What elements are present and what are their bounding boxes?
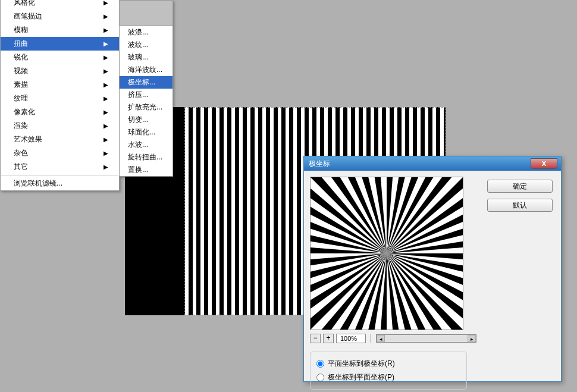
separator [371, 334, 371, 343]
chevron-right-icon: ▶ [104, 150, 108, 156]
scroll-right-icon[interactable]: ▸ [468, 335, 476, 342]
submenu-polar[interactable]: 极坐标... [120, 76, 173, 89]
menu-item-texture[interactable]: 纹理 ▶ [1, 92, 119, 105]
menu-item-other[interactable]: 其它 ▶ [1, 160, 119, 174]
chevron-right-icon: ▶ [104, 13, 108, 20]
submenu-wave[interactable]: 波浪... [120, 26, 173, 39]
label: 海洋波纹... [128, 65, 162, 74]
submenu-pinch[interactable]: 挤压... [120, 89, 173, 101]
zoom-scrollbar[interactable]: ◂ ▸ [376, 334, 476, 343]
label: 挤压... [128, 90, 148, 99]
option-group: 平面坐标到极坐标(R) 极坐标到平面坐标(P) [310, 352, 467, 390]
label: 波浪... [128, 28, 148, 36]
minus-icon: − [313, 334, 317, 342]
menu-item-sharpen[interactable]: 锐化 ▶ [1, 51, 119, 64]
close-button[interactable]: X [531, 158, 557, 169]
default-button[interactable]: 默认 [487, 199, 553, 212]
label: 渲染 [14, 121, 28, 131]
zoom-value: 100% [336, 334, 366, 343]
submenu-shear[interactable]: 切变... [120, 114, 173, 126]
close-icon: X [542, 160, 546, 167]
radio-input[interactable] [316, 374, 324, 381]
dialog-right: 确定 默认 [476, 177, 553, 377]
label: 纹理 [14, 93, 28, 104]
menu-item-browse-online[interactable]: 浏览联机滤镜... [1, 177, 119, 190]
submenu-displace[interactable]: 置换... [120, 164, 173, 176]
submenu-ripple[interactable]: 波纹... [120, 39, 173, 51]
label: 切变... [128, 115, 148, 124]
radio-polar-to-rect[interactable]: 极坐标到平面坐标(P) [316, 371, 460, 384]
submenu-spherize[interactable]: 球面化... [120, 126, 173, 139]
radio-rect-to-polar[interactable]: 平面坐标到极坐标(R) [316, 357, 460, 371]
radio-label: 平面坐标到极坐标(R) [328, 359, 395, 369]
submenu-gap [120, 1, 173, 26]
ok-button[interactable]: 确定 [487, 180, 553, 193]
chevron-right-icon: ▶ [104, 54, 108, 61]
radio-input[interactable] [316, 360, 324, 368]
submenu-oceanripple[interactable]: 海洋波纹... [120, 64, 173, 76]
label: 画笔描边 [14, 11, 42, 21]
label: 浏览联机滤镜... [14, 178, 62, 189]
scroll-left-icon[interactable]: ◂ [377, 335, 385, 342]
label: 水波... [128, 140, 148, 149]
chevron-right-icon: ▶ [104, 68, 108, 74]
zoom-controls: − + 100% ◂ ▸ [310, 334, 476, 343]
label: 像素化 [14, 107, 35, 117]
menu-item-noise[interactable]: 杂色 ▶ [1, 146, 119, 160]
dialog-titlebar[interactable]: 极坐标 X [304, 156, 561, 171]
label: 其它 [14, 162, 28, 172]
radio-label: 极坐标到平面坐标(P) [328, 372, 394, 382]
label: 素描 [14, 80, 28, 90]
label: 置换... [128, 165, 148, 174]
chevron-right-icon: ▶ [104, 81, 108, 88]
label: 风格化 [14, 0, 35, 8]
submenu-diffuseglow[interactable]: 扩散亮光... [120, 101, 173, 114]
menu-item-video[interactable]: 视频 ▶ [1, 64, 119, 78]
menu-item-sketch[interactable]: 素描 ▶ [1, 78, 119, 92]
chevron-right-icon: ▶ [104, 0, 108, 6]
zoom-in-button[interactable]: + [323, 334, 334, 343]
label: 玻璃... [128, 53, 148, 61]
menu-item-render[interactable]: 渲染 ▶ [1, 119, 119, 133]
label: 锐化 [14, 52, 28, 62]
menu-item-distort[interactable]: 扭曲 ▶ [1, 37, 119, 51]
chevron-right-icon: ▶ [104, 136, 108, 143]
dialog-body: − + 100% ◂ ▸ 平面坐标到极坐标(R) 极坐标到平面坐标(P) [304, 171, 561, 381]
dialog-left: − + 100% ◂ ▸ 平面坐标到极坐标(R) 极坐标到平面坐标(P) [310, 177, 476, 377]
submenu-twirl[interactable]: 旋转扭曲... [120, 151, 173, 164]
label: 扭曲 [14, 39, 28, 49]
submenu-zigzag[interactable]: 水波... [120, 139, 173, 151]
plus-icon: + [326, 334, 330, 342]
label: 波纹... [128, 40, 148, 49]
menu-item-artistic[interactable]: 艺术效果 ▶ [1, 133, 119, 146]
zoom-out-button[interactable]: − [310, 334, 321, 343]
polar-dialog: 极坐标 X − + 100% ◂ ▸ [303, 156, 562, 382]
chevron-right-icon: ▶ [104, 164, 108, 170]
sunburst-preview [311, 177, 463, 330]
label: 球面化... [128, 128, 155, 136]
chevron-right-icon: ▶ [104, 123, 108, 129]
label: 旋转扭曲... [128, 153, 162, 161]
distort-submenu: 波浪... 波纹... 玻璃... 海洋波纹... 极坐标... 挤压... 扩… [119, 0, 173, 177]
label: 模糊 [14, 25, 28, 35]
menu-separator [1, 175, 118, 175]
label: 极坐标... [128, 78, 155, 86]
chevron-right-icon: ▶ [104, 27, 108, 33]
label: 扩散亮光... [128, 103, 162, 111]
preview-box[interactable] [310, 177, 463, 330]
label: 杂色 [14, 148, 28, 158]
chevron-right-icon: ▶ [104, 95, 108, 102]
label: 艺术效果 [14, 134, 42, 145]
menu-item-stylize[interactable]: 风格化 ▶ [1, 0, 119, 10]
label: 视频 [14, 66, 28, 76]
menu-item-brushstrokes[interactable]: 画笔描边 ▶ [1, 10, 119, 23]
menu-item-blur[interactable]: 模糊 ▶ [1, 23, 119, 37]
chevron-right-icon: ▶ [104, 40, 108, 47]
menu-item-pixelate[interactable]: 像素化 ▶ [1, 105, 119, 119]
dialog-title: 极坐标 [309, 159, 330, 169]
submenu-glass[interactable]: 玻璃... [120, 51, 173, 64]
chevron-right-icon: ▶ [104, 109, 108, 115]
filter-menu: 风格化 ▶ 画笔描边 ▶ 模糊 ▶ 扭曲 ▶ 锐化 ▶ 视频 ▶ 素描 ▶ 纹理… [0, 0, 120, 191]
